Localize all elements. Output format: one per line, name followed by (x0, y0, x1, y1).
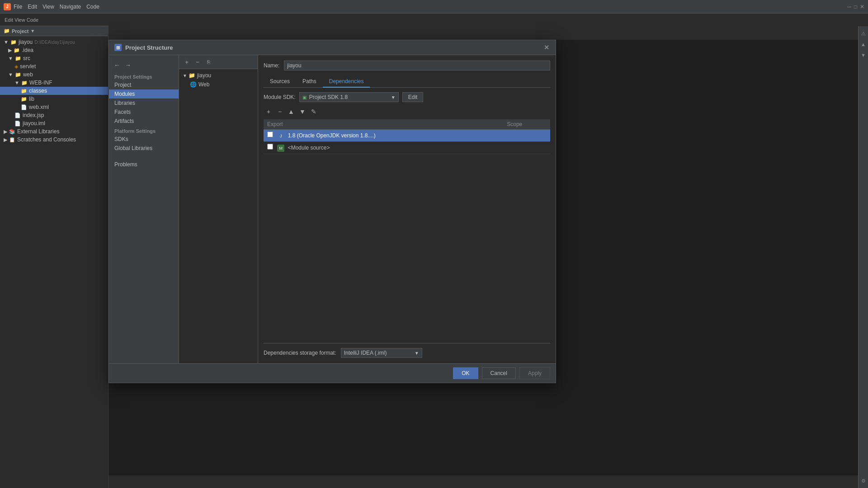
folder-icon-src: 📁 (15, 56, 21, 61)
project-dropdown-icon[interactable]: ▼ (30, 28, 35, 33)
dialog-title-icon: ⊞ (114, 44, 122, 51)
dep-jdk-scope (503, 130, 550, 142)
sdk-row: Module SDK: ▣ Project SDK 1.8 ▼ Edit (264, 92, 550, 102)
nav-back-button[interactable]: ← (113, 61, 122, 70)
module-jiayou[interactable]: ▼ 📁 jiayou (179, 71, 258, 80)
tree-idea-label: .idea (22, 47, 33, 53)
dep-row-module-source[interactable]: M <Module source> (264, 141, 550, 154)
name-label: Name: (264, 62, 279, 69)
project-header: 📁 Project ▼ (0, 26, 108, 36)
dep-export-checkbox-jdk[interactable] (267, 131, 273, 137)
sdk-label: Module SDK: (264, 94, 296, 100)
menu-bar: File Edit View Navigate Code (14, 4, 99, 10)
dialog-titlebar: ⊞ Project Structure ✕ (109, 40, 556, 55)
nav-facets[interactable]: Facets (109, 108, 179, 117)
chevron-right-icon-scratch: ▶ (4, 137, 7, 143)
dep-export-checkbox-src[interactable] (267, 144, 273, 150)
menu-edit[interactable]: Edit (28, 4, 37, 10)
tree-idea[interactable]: ▶ 📁 .idea (0, 46, 108, 54)
name-row: Name: (264, 61, 550, 70)
dep-jdk-label: 1.8 (Oracle OpenJDK version 1.8....) (288, 132, 376, 139)
sdk-dropdown[interactable]: ▣ Project SDK 1.8 ▼ (299, 92, 399, 102)
menu-view[interactable]: View (42, 4, 54, 10)
tree-root[interactable]: ▼ 📁 jiayou D:\IDEA\day1\jiayou (0, 38, 108, 46)
module-tree: ▼ 📁 jiayou 🌐 Web (179, 69, 258, 91)
tree-ext-libs[interactable]: ▶ 📚 External Libraries (0, 127, 108, 136)
nav-forward-button[interactable]: → (123, 61, 132, 70)
tree-scratches[interactable]: ▶ 📋 Scratches and Consoles (0, 136, 108, 144)
tree-src[interactable]: ▼ 📁 src (0, 54, 108, 62)
cancel-button[interactable]: Cancel (482, 367, 516, 379)
top-menu-bar: J File Edit View Navigate Code ─ □ ✕ (0, 0, 868, 14)
nav-sdks[interactable]: SDKs (109, 135, 179, 144)
tree-jiayouiml-label: jiayou.iml (23, 120, 45, 127)
move-up-dep-button[interactable]: ▲ (286, 107, 296, 117)
nav-modules[interactable]: Modules (109, 89, 179, 99)
edit-view-tab-label: Edit View Code (5, 17, 38, 23)
tree-servlet[interactable]: ◈ servlet (0, 62, 108, 70)
add-module-button[interactable]: + (182, 57, 192, 67)
add-dep-button[interactable]: + (264, 107, 274, 117)
remove-dep-button[interactable]: − (275, 107, 285, 117)
tab-paths[interactable]: Paths (296, 76, 323, 88)
module-web[interactable]: 🌐 Web (179, 80, 258, 89)
tree-servlet-label: servlet (20, 63, 36, 70)
nav-libraries[interactable]: Libraries (109, 99, 179, 108)
nav-artifacts[interactable]: Artifacts (109, 117, 179, 126)
chevron-down-icon-webinf: ▼ (14, 80, 19, 85)
minimize-button[interactable]: ─ (847, 4, 851, 10)
tab-dependencies[interactable]: Dependencies (323, 76, 370, 88)
dialog-close-button[interactable]: ✕ (543, 44, 550, 51)
apply-button[interactable]: Apply (519, 367, 550, 379)
sdk-edit-button[interactable]: Edit (402, 92, 424, 102)
nav-project[interactable]: Project (109, 80, 179, 89)
tree-webxml[interactable]: 📄 web.xml (0, 103, 108, 111)
edit-dep-button[interactable]: ✎ (309, 107, 319, 117)
settings-right-icon[interactable]: ⚙ (859, 476, 868, 485)
module-icon-servlet: ◈ (14, 64, 18, 70)
details-tabs: Sources Paths Dependencies (264, 76, 550, 88)
expand-arrow-jiayou: ▼ (183, 73, 187, 78)
folder-icon-idea: 📁 (14, 47, 20, 53)
remove-module-button[interactable]: − (193, 57, 203, 67)
folder-icon-webinf: 📁 (21, 80, 28, 86)
tree-indexjsp-label: index.jsp (23, 112, 44, 118)
chevron-down-icon-web: ▼ (8, 72, 13, 77)
storage-format-dropdown[interactable]: IntelliJ IDEA (.iml) ▼ (341, 348, 422, 358)
ok-button[interactable]: OK (453, 367, 478, 379)
module-web-label: Web (198, 81, 209, 88)
edit-view-tab[interactable]: Edit View Code (0, 14, 108, 26)
sdk-dropdown-arrow: ▼ (391, 95, 396, 100)
scroll-up-icon[interactable]: ▲ (859, 40, 868, 49)
dep-row-jdk[interactable]: J 1.8 (Oracle OpenJDK version 1.8....) (264, 130, 550, 142)
dependencies-table: Export Scope J 1.8 (Oracle OpenJDK versi… (264, 119, 550, 154)
tree-src-label: src (23, 55, 30, 61)
tree-jiayouiml[interactable]: 📄 jiayou.iml (0, 119, 108, 127)
menu-file[interactable]: File (14, 4, 22, 10)
storage-dropdown-arrow: ▼ (415, 351, 419, 356)
maximize-button[interactable]: □ (854, 4, 857, 10)
name-input[interactable] (284, 61, 550, 70)
tree-lib[interactable]: 📁 lib (0, 95, 108, 103)
nav-global-libraries[interactable]: Global Libraries (109, 144, 179, 153)
menu-navigate[interactable]: Navigate (60, 4, 81, 10)
scratches-icon: 📋 (9, 137, 15, 143)
scroll-down-icon[interactable]: ▼ (859, 51, 868, 60)
folder-icon-classes: 📁 (21, 88, 27, 94)
tree-webinf[interactable]: ▼ 📁 WEB-INF (0, 79, 108, 87)
project-structure-dialog: ⊞ Project Structure ✕ ← → Project Settin… (108, 40, 556, 383)
close-button-main[interactable]: ✕ (860, 4, 864, 10)
tree-web[interactable]: ▼ 📁 web (0, 70, 108, 79)
menu-code[interactable]: Code (86, 4, 99, 10)
sdk-value: Project SDK 1.8 (309, 94, 348, 100)
move-down-dep-button[interactable]: ▼ (297, 107, 307, 117)
notifications-icon[interactable]: ⚠ (859, 29, 868, 38)
copy-module-button[interactable]: ⎘ (203, 57, 213, 67)
tab-sources[interactable]: Sources (264, 76, 296, 88)
nav-problems[interactable]: Problems (109, 160, 179, 169)
folder-icon-jiayou-module: 📁 (189, 72, 195, 79)
tree-classes[interactable]: 📁 classes (0, 87, 108, 95)
tree-indexjsp[interactable]: 📄 index.jsp (0, 111, 108, 119)
tree-ext-libs-label: External Libraries (17, 128, 59, 135)
tree-scratches-label: Scratches and Consoles (17, 136, 76, 143)
